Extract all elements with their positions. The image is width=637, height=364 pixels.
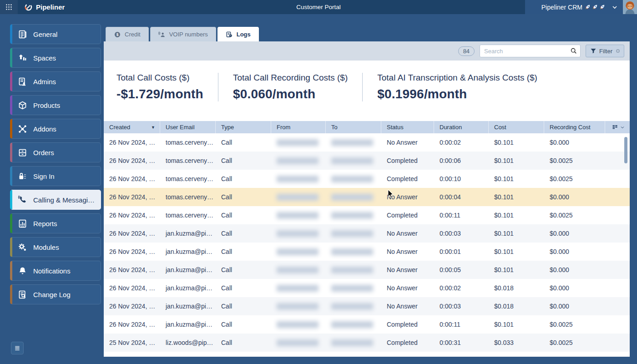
cell-cost: $0.101	[489, 261, 544, 279]
cell-type: Call	[216, 279, 271, 297]
table-row[interactable]: 26 Nov 2024, …tomas.cerveny…CallNo Answe…	[104, 133, 630, 152]
cell-status: Completed	[381, 334, 434, 352]
cell-status: No Answer	[381, 279, 434, 297]
column-header-status[interactable]: Status	[381, 121, 434, 133]
sidebar-item-reports[interactable]: Reports	[10, 213, 101, 233]
result-count-badge: 84	[458, 46, 475, 56]
sidebar-item-label: Admins	[33, 78, 56, 86]
cell-spacer	[605, 243, 630, 261]
app-launcher-button[interactable]	[0, 0, 18, 14]
bell-icon	[18, 266, 27, 276]
stat-block: Total Call Recording Costs ($) $0.060/mo…	[218, 73, 362, 101]
tab-logs[interactable]: Logs	[217, 27, 259, 41]
sidebar-item-modules[interactable]: Modules	[10, 237, 101, 257]
column-header-from[interactable]: From	[271, 121, 326, 133]
cell-email: tomas.cerveny…	[160, 133, 216, 152]
chevron-down-icon	[620, 125, 625, 130]
cell-cost: $0.101	[489, 188, 544, 206]
signin-icon	[18, 172, 27, 181]
column-header-duration[interactable]: Duration	[434, 121, 489, 133]
table-row[interactable]: 26 Nov 2024, …jan.kuzma@pi…CallNo Answer…	[104, 297, 630, 315]
sidebar-item-calling-messaging[interactable]: Calling & Messagi…	[10, 190, 101, 210]
cell-email: tomas.cerveny…	[160, 188, 216, 206]
redacted-to-value	[331, 139, 373, 146]
sidebar-item-general[interactable]: General	[10, 24, 101, 44]
cell-email: tomas.cerveny…	[160, 206, 216, 224]
cell-duration: 0:00:06	[434, 152, 489, 170]
redacted-to-value	[331, 303, 373, 310]
modules-icon	[18, 243, 27, 252]
sidebar-item-addons[interactable]: Addons	[10, 119, 101, 139]
column-header-cost[interactable]: Cost	[489, 121, 544, 133]
cell-cost: $0.101	[489, 133, 544, 152]
cell-email: jan.kuzma@pi…	[160, 224, 216, 243]
sidebar-item-orders[interactable]: Orders	[10, 142, 101, 162]
cell-to	[326, 133, 381, 152]
column-header-email[interactable]: User Email	[160, 121, 216, 133]
pipeliner-swirl-icon	[24, 3, 33, 11]
column-header-to[interactable]: To	[326, 121, 381, 133]
redacted-to-value	[331, 194, 373, 201]
cell-status: Completed	[381, 206, 434, 224]
search-icon	[570, 47, 577, 55]
table-row[interactable]: 26 Nov 2024, …tomas.cerveny…CallComplete…	[104, 206, 630, 224]
table-row[interactable]: 26 Nov 2024, …tomas.cerveny…CallNo Answe…	[104, 188, 630, 206]
sidebar-item-label: Calling & Messagi…	[33, 196, 95, 204]
redacted-from-value	[277, 339, 318, 346]
table-row[interactable]: 26 Nov 2024, …jan.kuzma@pi…CallCompleted…	[104, 315, 630, 334]
avatar[interactable]	[623, 0, 637, 14]
cell-recording_cost: $0.0025	[544, 152, 605, 170]
sidebar-item-change-log[interactable]: Change Log	[10, 284, 101, 304]
stat-label: Total AI Transcription & Analysis Costs …	[377, 73, 537, 83]
table-row[interactable]: 26 Nov 2024, …jan.kuzma@pi…CallNo Answer…	[104, 224, 630, 243]
orders-icon	[18, 148, 27, 157]
hamburger-icon	[14, 344, 21, 352]
rocket-icon	[584, 4, 591, 10]
table-header-row: Created▼User EmailTypeFromToStatusDurati…	[104, 121, 630, 133]
cell-type: Call	[216, 133, 271, 152]
cell-email: jan.kuzma@pi…	[160, 297, 216, 315]
sidebar-collapse-button[interactable]	[11, 342, 24, 354]
sidebar-item-label: Change Log	[33, 291, 71, 298]
table-row[interactable]: 26 Nov 2024, …jan.kuzma@pi…CallNo Answer…	[104, 243, 630, 261]
cell-duration: 0:00:05	[434, 261, 489, 279]
toolbar: 84 Filter	[104, 41, 630, 61]
products-icon	[18, 101, 27, 110]
cell-status: Completed	[381, 152, 434, 170]
sidebar-item-admins[interactable]: Admins	[10, 71, 101, 91]
sidebar-item-spaces[interactable]: Spaces	[10, 48, 101, 68]
table-row[interactable]: 26 Nov 2024, …jan.kuzma@pi…CallNo Answer…	[104, 279, 630, 297]
columns-icon	[612, 124, 618, 131]
column-header-created[interactable]: Created▼	[104, 121, 160, 133]
cell-type: Call	[216, 224, 271, 243]
stat-value: $0.060/month	[233, 87, 348, 101]
filter-button[interactable]: Filter	[586, 45, 624, 57]
account-menu[interactable]: Pipeliner CRM	[525, 0, 637, 14]
redacted-from-value	[277, 157, 318, 164]
table-row[interactable]: 26 Nov 2024, …tomas.cerveny…CallComplete…	[104, 170, 630, 188]
column-chooser[interactable]	[605, 121, 630, 133]
sidebar-item-products[interactable]: Products	[10, 95, 101, 115]
cell-from	[271, 170, 326, 188]
redacted-from-value	[277, 303, 318, 310]
search-input[interactable]	[480, 45, 581, 57]
tab-voip-numbers[interactable]: VOIP numbers	[150, 27, 216, 41]
table-row[interactable]: 25 Nov 2024, …liz.woods@pip…CallComplete…	[104, 334, 630, 352]
cell-to	[326, 261, 381, 279]
cell-spacer	[605, 297, 630, 315]
table-row[interactable]: 26 Nov 2024, …tomas.cerveny…CallComplete…	[104, 152, 630, 170]
cell-duration: 0:00:31	[434, 334, 489, 352]
table-row[interactable]: 26 Nov 2024, …jan.kuzma@pi…CallNo Answer…	[104, 261, 630, 279]
cell-from	[271, 279, 326, 297]
cell-from	[271, 243, 326, 261]
column-header-type[interactable]: Type	[216, 121, 271, 133]
sidebar-item-notifications[interactable]: Notifications	[10, 261, 101, 281]
tab-credit[interactable]: Credit	[106, 27, 149, 41]
cell-to	[326, 243, 381, 261]
redacted-to-value	[331, 285, 373, 292]
column-header-recording_cost[interactable]: Recording Cost	[544, 121, 605, 133]
cell-to	[326, 188, 381, 206]
rocket-icon	[599, 4, 606, 10]
vertical-scrollbar-thumb[interactable]	[624, 137, 627, 163]
sidebar-item-sign-in[interactable]: Sign In	[10, 166, 101, 186]
